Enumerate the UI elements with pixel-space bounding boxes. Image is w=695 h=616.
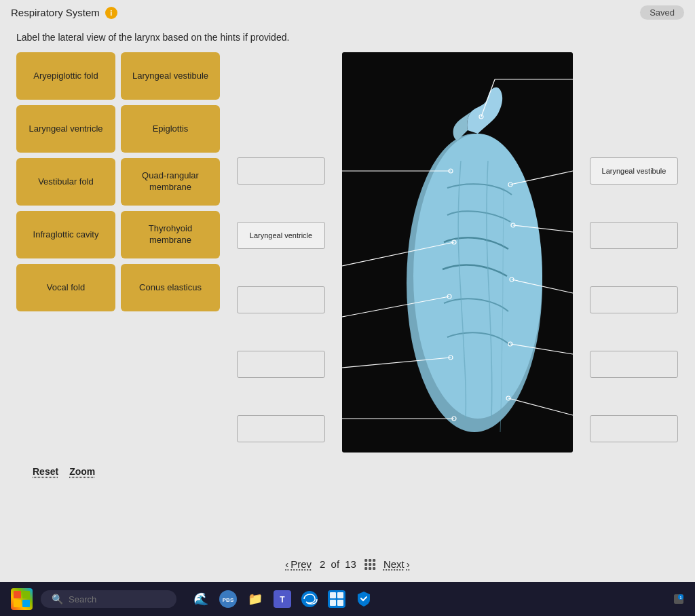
taskbar-icon-group: 🌊 PBS 📁 T xyxy=(190,588,375,610)
saved-badge: Saved xyxy=(640,5,684,20)
grid-view-icon[interactable] xyxy=(364,559,375,570)
svg-text:T: T xyxy=(280,595,285,604)
btn-vestibular-fold[interactable]: Vestibular fold xyxy=(16,158,115,206)
taskbar-search-icon: 🔍 xyxy=(52,594,63,604)
instruction-text: Label the lateral view of the larynx bas… xyxy=(16,32,679,43)
taskbar-icon-store[interactable] xyxy=(326,588,348,610)
taskbar-icon-app1[interactable]: PBS xyxy=(217,588,239,610)
drop-slot-left-5[interactable] xyxy=(237,415,325,442)
prev-arrow: ‹ xyxy=(285,558,288,570)
exercise-area: Aryepiglottic fold Laryngeal vestibule L… xyxy=(16,52,679,453)
svg-text:1: 1 xyxy=(680,596,682,600)
main-content: Label the lateral view of the larynx bas… xyxy=(0,25,695,485)
info-icon[interactable]: i xyxy=(105,7,117,19)
btn-laryngeal-vestibule[interactable]: Laryngeal vestibule xyxy=(121,52,220,100)
reset-button[interactable]: Reset xyxy=(33,466,58,477)
btn-aryepiglottic[interactable]: Aryepiglottic fold xyxy=(16,52,115,100)
drop-slot-right-2[interactable] xyxy=(590,222,678,249)
taskbar-search-input[interactable] xyxy=(69,594,157,604)
top-bar: Respiratory System i Saved xyxy=(0,0,695,25)
taskbar-icon-app2[interactable]: T xyxy=(271,588,293,610)
btn-conus[interactable]: Conus elasticus xyxy=(121,264,220,311)
app-title-area: Respiratory System i xyxy=(11,7,117,19)
svg-rect-32 xyxy=(330,592,336,598)
taskbar-icon-edge[interactable] xyxy=(299,588,320,610)
bottom-controls: Reset Zoom xyxy=(16,458,679,485)
pagination: ‹ Prev 2 of 13 Next › xyxy=(285,558,410,570)
drop-slot-left-4[interactable] xyxy=(237,351,325,378)
svg-rect-35 xyxy=(337,600,343,606)
btn-infraglottic[interactable]: Infraglottic cavity xyxy=(16,211,115,258)
svg-rect-34 xyxy=(330,600,336,606)
taskbar: 🔍 🌊 PBS 📁 T xyxy=(0,582,695,616)
app-title: Respiratory System xyxy=(11,7,100,18)
next-arrow: › xyxy=(407,558,410,570)
svg-rect-33 xyxy=(337,592,343,598)
start-button[interactable] xyxy=(11,588,33,610)
taskbar-notification-icon[interactable]: 1 xyxy=(673,594,684,604)
taskbar-icon-weather[interactable]: 🌊 xyxy=(190,588,212,610)
taskbar-icon-files[interactable]: 📁 xyxy=(244,588,266,610)
btn-vocal-fold[interactable]: Vocal fold xyxy=(16,264,115,311)
drop-slot-right-5[interactable] xyxy=(590,415,678,442)
svg-text:PBS: PBS xyxy=(223,597,234,603)
label-panel: Aryepiglottic fold Laryngeal vestibule L… xyxy=(16,52,220,311)
taskbar-search-area[interactable]: 🔍 xyxy=(41,590,176,608)
zoom-button[interactable]: Zoom xyxy=(69,466,95,477)
prev-button[interactable]: ‹ Prev xyxy=(285,558,312,570)
drop-slot-right-1[interactable]: Laryngeal vestibule xyxy=(590,157,678,185)
svg-point-2 xyxy=(413,134,542,419)
drop-slot-left-1[interactable] xyxy=(237,157,325,185)
next-button[interactable]: Next › xyxy=(383,558,410,570)
drop-slot-left-3[interactable] xyxy=(237,286,325,313)
btn-epiglottis[interactable]: Epiglottis xyxy=(121,105,220,153)
drop-slot-right-3[interactable] xyxy=(590,286,678,313)
taskbar-right: 1 xyxy=(673,594,684,604)
image-area: Laryngeal ventricle Laryngeal vestibule xyxy=(236,52,679,453)
btn-thyrohyoid[interactable]: Thyrohyoid membrane xyxy=(121,211,220,258)
btn-quadrangular[interactable]: Quad-rangular membrane xyxy=(121,158,220,206)
larynx-image xyxy=(342,52,573,453)
drop-slot-right-4[interactable] xyxy=(590,351,678,378)
drop-slot-left-2[interactable]: Laryngeal ventricle xyxy=(237,222,325,249)
page-info: 2 of 13 xyxy=(320,558,356,570)
taskbar-icon-defender[interactable] xyxy=(353,588,375,610)
reset-zoom-area: Reset Zoom xyxy=(33,466,95,477)
btn-laryngeal-ventricle[interactable]: Laryngeal ventricle xyxy=(16,105,115,153)
